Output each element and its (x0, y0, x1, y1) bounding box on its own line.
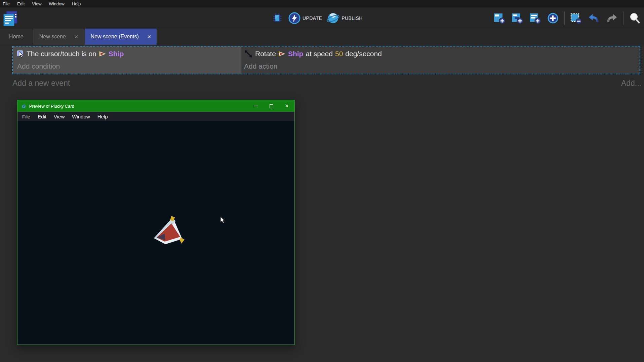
menu-file[interactable]: File (3, 1, 13, 6)
close-icon[interactable]: ✕ (147, 34, 151, 39)
actions-column: Rotate Ship at speed 50 deg/second Add a… (241, 46, 640, 74)
window-controls: ✕ (248, 100, 294, 112)
debug-icon[interactable] (271, 12, 284, 25)
preview-menu-view[interactable]: View (51, 114, 67, 119)
update-label: UPDATE (303, 15, 322, 21)
add-new-event-button[interactable]: Add a new event (12, 79, 70, 88)
publish-button[interactable]: PUBLISH (326, 11, 363, 25)
preview-menu-bar: File Edit View Window Help (17, 112, 294, 121)
tab-bar: Home New scene ✕ New scene (Events) ✕ (0, 29, 644, 45)
preview-menu-file[interactable]: File (19, 114, 33, 119)
toolbar-divider (623, 11, 623, 25)
add-condition-button[interactable]: Add condition (17, 60, 241, 72)
update-icon (288, 11, 301, 25)
preview-menu-window[interactable]: Window (69, 114, 92, 119)
publish-icon (326, 11, 340, 25)
tab-new-scene-label: New scene (39, 34, 66, 40)
preview-menu-help[interactable]: Help (95, 114, 111, 119)
tab-new-scene-events[interactable]: New scene (Events) ✕ (85, 29, 157, 45)
action-row[interactable]: Rotate Ship at speed 50 deg/second (244, 47, 640, 60)
search-icon[interactable] (629, 12, 641, 25)
ship-sprite (152, 213, 186, 246)
game-canvas[interactable] (17, 121, 294, 345)
events-sheet-icon (3, 11, 17, 28)
menu-edit[interactable]: Edit (17, 1, 28, 6)
toolbar-divider (564, 11, 565, 25)
preview-menu-edit[interactable]: Edit (35, 114, 49, 119)
add-more-button[interactable]: Add... (621, 79, 641, 88)
gdevelop-logo-icon: G (22, 103, 26, 109)
tab-new-scene-events-label: New scene (Events) (91, 34, 139, 40)
menu-help[interactable]: Help (72, 1, 85, 6)
action-unit: deg/second (345, 50, 382, 58)
maximize-icon (270, 104, 273, 108)
conditions-column: The cursor/touch is on Ship Add conditio… (13, 46, 241, 74)
choose-add-event-icon[interactable] (547, 12, 559, 25)
add-comment-icon[interactable] (529, 12, 541, 25)
minimize-button[interactable] (248, 100, 264, 112)
menu-view[interactable]: View (32, 1, 45, 6)
add-action-button[interactable]: Add action (244, 60, 640, 72)
add-new-event-row: Add a new event Add... (12, 79, 641, 88)
mouse-cursor (220, 217, 226, 224)
rotate-icon (244, 49, 253, 58)
main-toolbar: UPDATE PUBLISH (0, 7, 644, 29)
action-connector: at speed (306, 50, 333, 58)
remove-selection-icon[interactable] (570, 12, 582, 25)
add-subevent-icon[interactable] (511, 12, 524, 25)
tab-home-label: Home (9, 34, 24, 40)
condition-object-name: Ship (109, 50, 124, 58)
redo-icon[interactable] (605, 12, 618, 25)
events-sheet: The cursor/touch is on Ship Add conditio… (0, 45, 644, 362)
preview-title-bar[interactable]: G Preview of Plucky Card ✕ (17, 100, 294, 112)
toolbar-right-group (493, 7, 641, 29)
maximize-button[interactable] (264, 100, 279, 112)
tab-new-scene[interactable]: New scene ✕ (33, 29, 85, 45)
preview-window: G Preview of Plucky Card ✕ File Edit Vie… (17, 100, 295, 345)
ship-object-icon (278, 50, 286, 58)
update-button[interactable]: UPDATE (288, 11, 322, 25)
condition-text: The cursor/touch is on (27, 50, 96, 58)
close-button[interactable]: ✕ (279, 100, 294, 112)
toolbar-center-group: UPDATE PUBLISH (271, 7, 363, 29)
tab-home[interactable]: Home (0, 29, 33, 45)
cursor-on-object-icon (17, 50, 24, 58)
publish-label: PUBLISH (341, 15, 363, 21)
condition-row[interactable]: The cursor/touch is on Ship (17, 47, 241, 60)
ship-object-icon (99, 50, 106, 58)
minimize-icon (254, 106, 258, 106)
close-icon[interactable]: ✕ (74, 34, 78, 39)
action-value: 50 (335, 50, 343, 58)
undo-icon[interactable] (588, 12, 600, 25)
menu-window[interactable]: Window (49, 1, 68, 6)
add-event-icon[interactable] (493, 12, 506, 25)
action-object-name: Ship (288, 50, 304, 58)
preview-window-title: Preview of Plucky Card (29, 104, 74, 109)
app-menu-bar: File Edit View Window Help (0, 0, 644, 7)
action-verb: Rotate (255, 50, 276, 58)
event-row-selected[interactable]: The cursor/touch is on Ship Add conditio… (12, 46, 640, 74)
